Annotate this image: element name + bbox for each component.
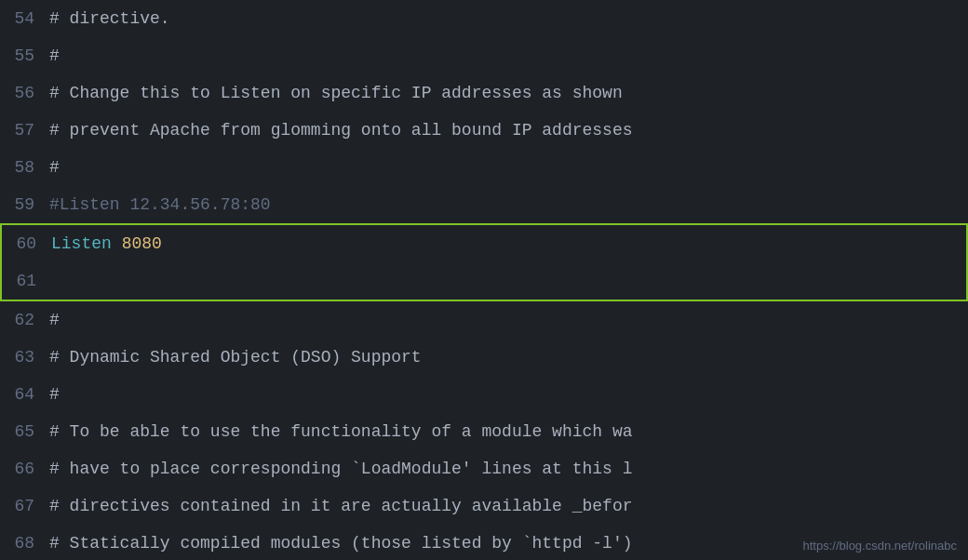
line-content-59: #Listen 12.34.56.78:80 — [49, 195, 271, 214]
code-line-63: 63 # Dynamic Shared Object (DSO) Support — [0, 339, 968, 376]
line-number-68: 68 — [7, 534, 49, 553]
line-number-57: 57 — [7, 121, 49, 140]
line-content-67: # directives contained in it are actuall… — [49, 497, 633, 515]
line-number-63: 63 — [7, 348, 49, 367]
line-content-66: # have to place corresponding `LoadModul… — [49, 460, 633, 478]
line-number-54: 54 — [7, 9, 49, 28]
line-content-68: # Statically compiled modules (those lis… — [49, 534, 633, 553]
code-editor: 54 # directive. 55 # 56 # Change this to… — [0, 0, 968, 560]
line-number-58: 58 — [7, 158, 49, 177]
line-number-62: 62 — [7, 311, 49, 329]
code-line-65: 65 # To be able to use the functionality… — [0, 413, 968, 450]
code-line-55: 55 # — [0, 37, 968, 74]
line-number-66: 66 — [7, 460, 49, 478]
code-line-54: 54 # directive. — [0, 0, 968, 37]
code-line-61: 61 — [2, 262, 966, 300]
line-content-63: # Dynamic Shared Object (DSO) Support — [49, 348, 422, 367]
code-line-67: 67 # directives contained in it are actu… — [0, 487, 968, 525]
code-line-62: 62 # — [0, 301, 968, 339]
line-content-58: # — [49, 158, 60, 177]
line-content-54: # directive. — [49, 9, 170, 28]
code-line-56: 56 # Change this to Listen on specific I… — [0, 74, 968, 112]
code-line-60: 60 Listen 8080 — [2, 225, 966, 262]
line-number-65: 65 — [7, 422, 49, 441]
line-content-62: # — [49, 311, 60, 329]
line-number-67: 67 — [7, 497, 49, 515]
watermark: https://blog.csdn.net/rolinabc — [803, 539, 958, 553]
code-line-58: 58 # — [0, 149, 968, 186]
line-content-56: # Change this to Listen on specific IP a… — [49, 84, 623, 102]
code-line-57: 57 # prevent Apache from glomming onto a… — [0, 112, 968, 149]
line-content-60: Listen 8080 — [51, 234, 162, 253]
line-number-64: 64 — [7, 385, 49, 404]
line-content-55: # — [49, 47, 60, 65]
line-content-57: # prevent Apache from glomming onto all … — [49, 121, 633, 140]
line-content-64: # — [49, 385, 60, 404]
code-line-59: 59 #Listen 12.34.56.78:80 — [0, 186, 968, 223]
line-number-56: 56 — [7, 84, 49, 102]
line-content-65: # To be able to use the functionality of… — [49, 422, 633, 441]
line-number-60: 60 — [9, 234, 51, 253]
line-number-59: 59 — [7, 195, 49, 214]
code-line-66: 66 # have to place corresponding `LoadMo… — [0, 450, 968, 487]
line-number-61: 61 — [9, 272, 51, 290]
line-number-55: 55 — [7, 47, 49, 65]
highlighted-block: 60 Listen 8080 61 — [0, 223, 968, 301]
code-line-64: 64 # — [0, 376, 968, 413]
